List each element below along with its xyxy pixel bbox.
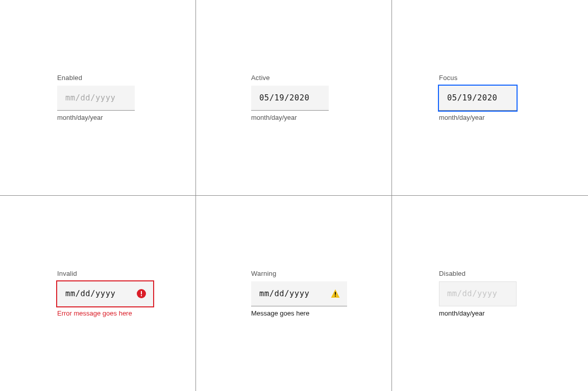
state-cell-active: Active 05/19/2020 month/day/year	[196, 0, 392, 196]
error-text: Error message goes here	[57, 309, 195, 317]
date-input-active[interactable]: 05/19/2020	[251, 86, 329, 111]
date-input-invalid[interactable]: mm/dd/yyyy	[57, 281, 153, 306]
state-cell-warning: Warning mm/dd/yyyy Message goes here	[196, 196, 392, 392]
state-cell-invalid: Invalid mm/dd/yyyy Error message goes he…	[0, 196, 196, 392]
svg-rect-5	[335, 296, 336, 297]
state-cell-enabled: Enabled mm/dd/yyyy month/day/year	[0, 0, 196, 196]
helper-text: month/day/year	[57, 114, 195, 121]
field-label: Enabled	[57, 74, 195, 82]
date-input-focus[interactable]: 05/19/2020	[439, 86, 517, 111]
field-label: Invalid	[57, 270, 195, 277]
state-cell-focus: Focus 05/19/2020 month/day/year	[392, 0, 588, 196]
svg-rect-1	[141, 291, 142, 295]
svg-rect-4	[335, 292, 336, 295]
date-input-warning[interactable]: mm/dd/yyyy	[251, 281, 347, 306]
field-label: Focus	[439, 74, 588, 82]
field-label: Disabled	[439, 270, 588, 277]
date-placeholder: mm/dd/yyyy	[65, 289, 115, 298]
date-input-enabled[interactable]: mm/dd/yyyy	[57, 86, 135, 111]
date-input-disabled: mm/dd/yyyy	[439, 281, 517, 306]
date-placeholder: mm/dd/yyyy	[65, 93, 115, 102]
date-placeholder: mm/dd/yyyy	[447, 289, 497, 298]
helper-text: month/day/year	[439, 114, 588, 121]
state-cell-disabled: Disabled mm/dd/yyyy month/day/year	[392, 196, 588, 392]
field-label: Active	[251, 74, 391, 82]
helper-text: month/day/year	[251, 114, 391, 121]
warning-filled-icon	[331, 289, 340, 298]
date-value: 05/19/2020	[259, 93, 309, 102]
warning-text: Message goes here	[251, 309, 391, 317]
field-label: Warning	[251, 270, 391, 277]
svg-rect-2	[141, 295, 142, 296]
helper-text: month/day/year	[439, 309, 588, 317]
date-placeholder: mm/dd/yyyy	[259, 289, 309, 298]
state-grid: Enabled mm/dd/yyyy month/day/year Active…	[0, 0, 588, 391]
date-value: 05/19/2020	[447, 93, 497, 102]
error-filled-icon	[137, 289, 146, 298]
